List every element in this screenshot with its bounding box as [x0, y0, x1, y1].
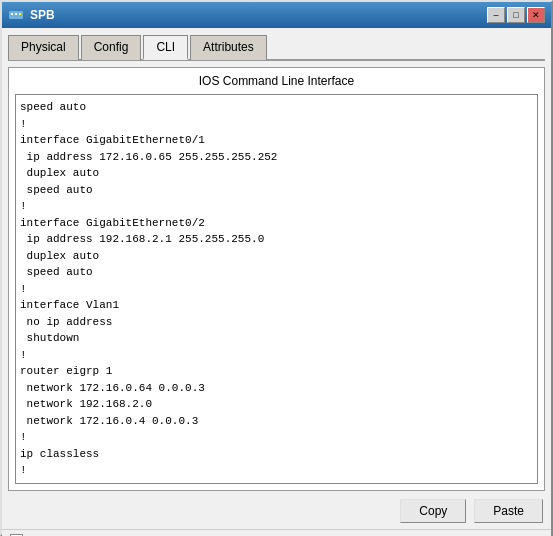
footer-bar: Top — [2, 529, 551, 537]
window-title: SPB — [30, 8, 55, 22]
main-window: SPB – □ ✕ Physical Config CLI Attributes… — [0, 0, 553, 536]
router-icon — [8, 7, 24, 23]
panel-title: IOS Command Line Interface — [15, 74, 538, 88]
paste-button[interactable]: Paste — [474, 499, 543, 523]
title-bar: SPB – □ ✕ — [2, 2, 551, 28]
tab-physical[interactable]: Physical — [8, 35, 79, 60]
cli-output[interactable]: speed auto ! interface GigabitEthernet0/… — [15, 94, 538, 484]
window-content: Physical Config CLI Attributes IOS Comma… — [2, 28, 551, 529]
maximize-button[interactable]: □ — [507, 7, 525, 23]
tab-config[interactable]: Config — [81, 35, 142, 60]
copy-button[interactable]: Copy — [400, 499, 466, 523]
window-controls: – □ ✕ — [487, 7, 545, 23]
svg-rect-1 — [11, 13, 13, 15]
svg-rect-2 — [15, 13, 17, 15]
tab-attributes[interactable]: Attributes — [190, 35, 267, 60]
tab-cli[interactable]: CLI — [143, 35, 188, 60]
cli-panel: IOS Command Line Interface speed auto ! … — [8, 67, 545, 491]
tab-bar: Physical Config CLI Attributes — [8, 34, 545, 61]
action-buttons: Copy Paste — [8, 499, 545, 523]
minimize-button[interactable]: – — [487, 7, 505, 23]
close-button[interactable]: ✕ — [527, 7, 545, 23]
svg-rect-3 — [19, 13, 21, 15]
